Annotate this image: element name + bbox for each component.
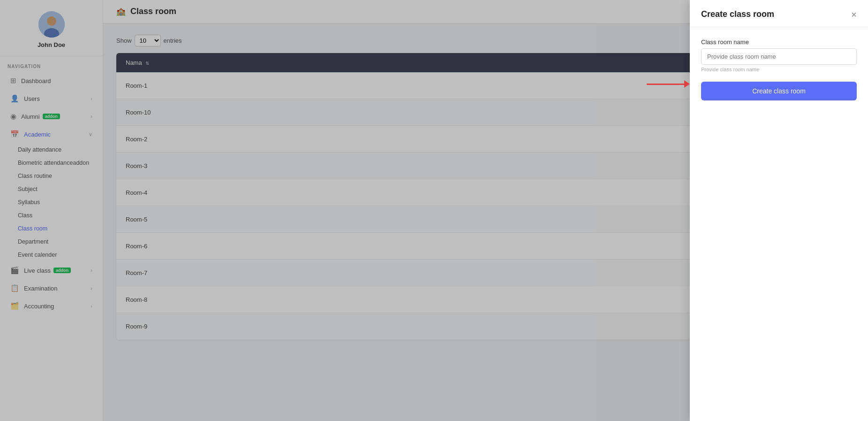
arrow-line bbox=[647, 84, 684, 85]
class-room-name-group: Class room name Provide class room name bbox=[701, 38, 857, 72]
class-room-name-hint: Provide class room name bbox=[701, 67, 857, 72]
panel-title: Create class room bbox=[701, 9, 774, 19]
create-class-room-button[interactable]: Create class room bbox=[701, 82, 857, 100]
create-class-room-panel: Create class room × Class room name Prov… bbox=[690, 0, 868, 421]
class-room-name-input[interactable] bbox=[701, 48, 857, 65]
arrow-head bbox=[684, 80, 690, 88]
panel-header: Create class room × bbox=[690, 0, 868, 27]
panel-body: Class room name Provide class room name … bbox=[690, 27, 868, 421]
class-room-name-label: Class room name bbox=[701, 38, 857, 46]
panel-close-button[interactable]: × bbox=[851, 10, 857, 19]
arrow-indicator bbox=[647, 80, 690, 88]
